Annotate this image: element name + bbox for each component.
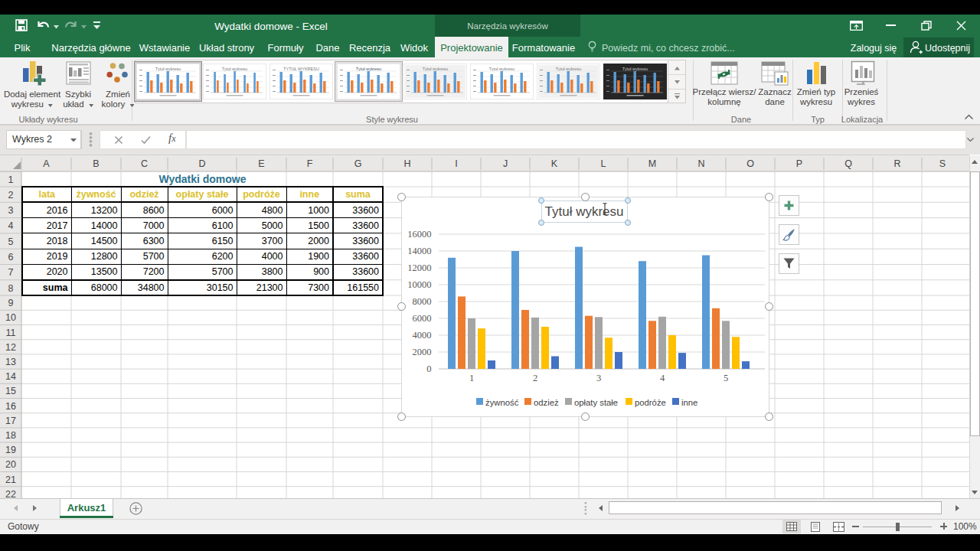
svg-text:16: 16: [5, 401, 16, 412]
svg-text:opłaty stałe: opłaty stałe: [574, 398, 618, 407]
svg-text:Q: Q: [844, 158, 852, 169]
svg-text:Tytuł wykresu: Tytuł wykresu: [155, 67, 181, 71]
svg-text:P: P: [796, 158, 802, 169]
svg-text:L: L: [601, 158, 606, 169]
svg-text:D: D: [198, 158, 205, 169]
svg-text:TYTUŁ WYKRESU: TYTUŁ WYKRESU: [283, 67, 319, 71]
svg-text:Tytuł wykresu: Tytuł wykresu: [356, 67, 381, 71]
svg-text:F: F: [307, 158, 313, 169]
svg-text:3: 3: [596, 373, 601, 383]
svg-text:4: 4: [8, 220, 14, 231]
svg-text:19: 19: [5, 445, 16, 455]
svg-text:E: E: [258, 158, 264, 169]
svg-text:20: 20: [5, 459, 16, 470]
svg-text:Tytuł wykresu: Tytuł wykresu: [556, 67, 581, 71]
svg-text:6000: 6000: [413, 313, 432, 324]
svg-text:11: 11: [6, 328, 16, 338]
svg-text:0: 0: [426, 364, 431, 374]
svg-text:S: S: [939, 158, 946, 169]
svg-text:4: 4: [660, 373, 665, 383]
svg-text:podróże: podróże: [635, 398, 666, 407]
svg-text:7: 7: [8, 267, 14, 278]
svg-text:żywność: żywność: [485, 398, 519, 407]
svg-text:8: 8: [8, 283, 14, 294]
svg-text:8000: 8000: [413, 296, 432, 307]
svg-text:12: 12: [5, 342, 16, 353]
svg-text:9: 9: [8, 298, 14, 308]
svg-text:H: H: [403, 158, 410, 169]
svg-text:5: 5: [8, 236, 14, 247]
svg-text:15: 15: [5, 386, 16, 396]
svg-text:O: O: [746, 158, 754, 169]
svg-text:16000: 16000: [407, 229, 431, 240]
svg-text:10000: 10000: [407, 279, 431, 290]
svg-text:G: G: [354, 158, 362, 169]
svg-text:6: 6: [8, 252, 14, 262]
svg-text:C: C: [141, 158, 148, 169]
svg-text:J: J: [503, 158, 508, 169]
svg-text:12000: 12000: [407, 262, 431, 273]
svg-text:Tytuł wykresu: Tytuł wykresu: [489, 67, 514, 71]
svg-text:M: M: [648, 158, 656, 169]
svg-text:14000: 14000: [407, 246, 431, 256]
svg-text:Tytuł wykresu: Tytuł wykresu: [222, 67, 247, 71]
svg-text:10: 10: [5, 312, 16, 323]
svg-text:Tytuł wykresu: Tytuł wykresu: [423, 67, 448, 71]
svg-text:2000: 2000: [413, 347, 432, 357]
svg-text:3: 3: [8, 205, 14, 216]
svg-text:R: R: [893, 158, 900, 169]
svg-text:18: 18: [5, 430, 16, 441]
svg-text:odzież: odzież: [534, 398, 559, 407]
svg-text:14: 14: [5, 371, 16, 382]
svg-text:5: 5: [724, 373, 728, 383]
svg-text:1: 1: [469, 373, 474, 383]
svg-text:A: A: [43, 158, 50, 169]
svg-text:B: B: [93, 158, 99, 169]
svg-text:2: 2: [533, 373, 537, 383]
svg-text:2: 2: [8, 190, 14, 201]
svg-text:4000: 4000: [413, 330, 432, 341]
svg-text:21: 21: [5, 474, 16, 485]
svg-text:13: 13: [5, 357, 16, 367]
svg-text:I: I: [455, 158, 457, 169]
svg-text:17: 17: [5, 416, 16, 426]
svg-text:N: N: [697, 158, 704, 169]
svg-text:Tytuł wykresu: Tytuł wykresu: [622, 67, 648, 71]
svg-text:K: K: [551, 158, 558, 169]
svg-text:inne: inne: [681, 398, 697, 407]
svg-text:1: 1: [8, 174, 14, 185]
svg-text:22: 22: [5, 489, 16, 498]
